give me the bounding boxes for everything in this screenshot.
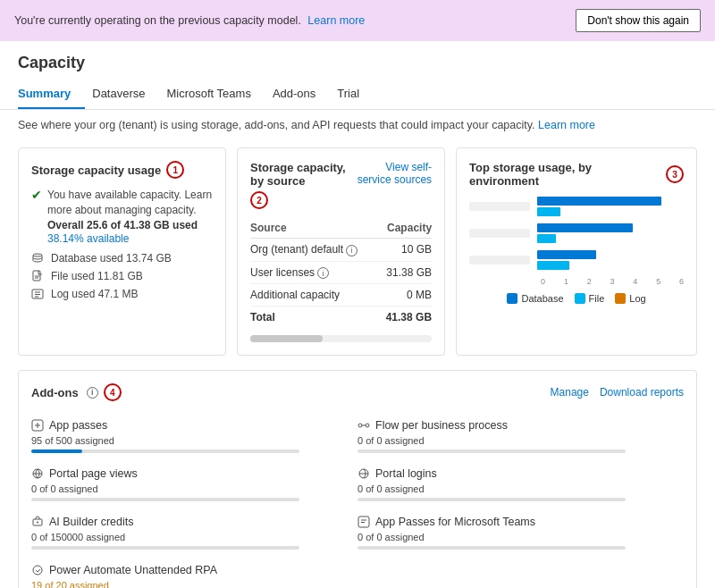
legend-dot-db <box>507 293 517 304</box>
storage-usage-title: Storage capacity usage 1 <box>31 161 213 179</box>
banner: You're currently operating on the previo… <box>0 0 715 41</box>
storage-source-card: Storage capacity, by source 2 View self-… <box>237 147 445 356</box>
source-row-total: Total 41.38 GB <box>250 307 432 329</box>
source-row-org: Org (tenant) defaulti 10 GB <box>250 239 432 262</box>
usage-items: Database used 13.74 GB File used 11.81 G… <box>31 252 213 300</box>
addon-teams-passes: App Passes for Microsoft Teams 0 of 0 as… <box>358 508 684 557</box>
bar-db-1 <box>537 197 661 206</box>
svg-point-0 <box>33 254 42 256</box>
rpa-icon <box>31 564 44 576</box>
chart-label-3 <box>469 256 530 265</box>
portal-logins-progress <box>358 498 626 501</box>
legend-dot-log <box>615 293 626 304</box>
badge-1: 1 <box>166 161 184 179</box>
banner-text: You're currently operating on the previo… <box>14 14 365 27</box>
top-storage-card: Top storage usage, by environment 3 <box>456 147 697 356</box>
badge-3: 3 <box>666 165 684 183</box>
database-icon <box>31 252 44 265</box>
chart-bars-3 <box>537 250 684 270</box>
log-usage: Log used 47.1 MB <box>31 288 213 300</box>
svg-point-5 <box>366 424 369 427</box>
flow-progress <box>358 449 626 453</box>
flow-icon <box>358 419 370 432</box>
chart-row-1 <box>469 197 684 216</box>
chart-legend: Database File Log <box>469 293 684 304</box>
manage-link[interactable]: Manage <box>551 386 589 399</box>
chart-area: 0 1 2 3 4 5 6 <box>469 197 684 286</box>
bar-db-2 <box>537 223 633 232</box>
tab-teams[interactable]: Microsoft Teams <box>167 80 265 109</box>
legend-log: Log <box>615 293 645 304</box>
capacity-col-header: Capacity <box>377 218 432 239</box>
badge-4: 4 <box>104 383 122 401</box>
chart-row-3 <box>469 250 684 270</box>
badge-2: 2 <box>250 191 268 209</box>
chart-bars-2 <box>537 223 684 243</box>
teams-passes-progress <box>358 546 626 550</box>
tab-bar: Summary Dataverse Microsoft Teams Add-on… <box>0 80 715 110</box>
db-usage: Database used 13.74 GB <box>31 252 213 265</box>
app-passes-icon <box>31 419 44 432</box>
source-row-user: User licensesi 31.38 GB <box>250 261 432 284</box>
addons-title: Add-ons i 4 <box>31 383 122 401</box>
addon-app-passes: App passes 95 of 500 assigned <box>31 412 358 460</box>
svg-point-11 <box>33 566 42 575</box>
log-icon <box>31 288 44 300</box>
storage-source-title: Storage capacity, by source <box>250 161 346 188</box>
chart-bars-1 <box>537 197 684 216</box>
addons-card: Add-ons i 4 Manage Download reports App … <box>18 370 697 588</box>
svg-point-9 <box>37 522 38 524</box>
top-storage-title: Top storage usage, by environment 3 <box>469 161 684 188</box>
portal-logins-icon <box>358 467 370 480</box>
bar-file-1 <box>537 207 560 216</box>
legend-dot-file <box>575 293 585 304</box>
page-title: Capacity <box>0 41 715 72</box>
teams-passes-icon <box>358 516 370 528</box>
file-icon <box>31 270 44 282</box>
app-passes-progress <box>31 449 299 453</box>
availability-row: ✔ You have available capacity. Learn mor… <box>31 188 213 245</box>
table-scrollbar[interactable] <box>250 335 432 342</box>
description-learn-more-link[interactable]: Learn more <box>538 119 595 131</box>
addon-rpa: Power Automate Unattended RPA 19 of 20 a… <box>31 557 358 588</box>
avail-message: You have available capacity. Learn more … <box>47 188 213 218</box>
tab-dataverse[interactable]: Dataverse <box>92 80 159 109</box>
source-col-header: Source <box>250 218 377 239</box>
bar-file-2 <box>537 234 556 243</box>
addon-portal-logins: Portal logins 0 of 0 assigned <box>358 460 684 508</box>
banner-link[interactable]: Learn more <box>307 14 365 27</box>
addon-flow: Flow per business process 0 of 0 assigne… <box>358 412 684 460</box>
portal-views-icon <box>31 467 44 480</box>
addons-info-icon: i <box>87 387 98 399</box>
addon-ai-builder: AI Builder credits 0 of 150000 assigned <box>31 508 358 557</box>
tab-addons[interactable]: Add-ons <box>273 80 330 109</box>
check-icon: ✔ <box>31 188 42 202</box>
view-self-service-link[interactable]: View self-service sources <box>352 161 432 186</box>
source-table: Source Capacity Org (tenant) defaulti 10… <box>250 218 432 328</box>
chart-label-1 <box>469 202 530 211</box>
available-pct: 38.14% available <box>47 232 213 245</box>
org-info-icon: i <box>346 245 358 256</box>
banner-message: You're currently operating on the previo… <box>14 14 301 27</box>
file-usage: File used 11.81 GB <box>31 270 213 282</box>
download-reports-link[interactable]: Download reports <box>600 386 684 399</box>
bar-file-3 <box>537 261 569 270</box>
dismiss-banner-button[interactable]: Don't show this again <box>576 9 701 32</box>
portal-views-progress <box>31 498 299 501</box>
description: See where your org (tenant) is using sto… <box>0 110 715 140</box>
legend-file: File <box>575 293 605 304</box>
tab-trial[interactable]: Trial <box>337 80 374 109</box>
bar-db-3 <box>537 250 596 259</box>
cards-row: Storage capacity usage 1 ✔ You have avai… <box>0 140 715 363</box>
addons-grid: App passes 95 of 500 assigned Flow per b… <box>31 412 684 588</box>
chart-axis: 0 1 2 3 4 5 6 <box>541 277 684 286</box>
storage-usage-card: Storage capacity usage 1 ✔ You have avai… <box>18 147 226 356</box>
legend-db: Database <box>507 293 563 304</box>
addons-actions: Manage Download reports <box>551 386 684 399</box>
chart-label-2 <box>469 229 530 238</box>
overall-usage: Overall 25.6 of 41.38 GB used <box>47 219 198 231</box>
tab-summary[interactable]: Summary <box>18 80 85 109</box>
ai-builder-icon <box>31 516 44 528</box>
addon-portal-views: Portal page views 0 of 0 assigned <box>31 460 358 508</box>
source-row-additional: Additional capacity 0 MB <box>250 284 432 307</box>
